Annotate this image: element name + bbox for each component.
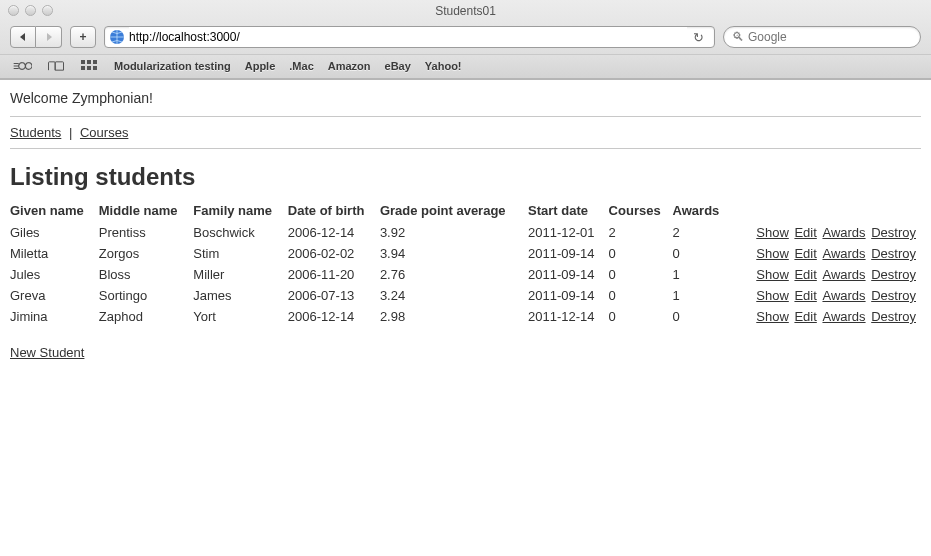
show-link[interactable]: Show bbox=[756, 225, 789, 240]
awards-cell: 1 bbox=[673, 264, 731, 285]
new-student-link[interactable]: New Student bbox=[10, 345, 84, 360]
courses-cell: 0 bbox=[609, 285, 673, 306]
col-middle: Middle name bbox=[99, 201, 194, 222]
close-window-button[interactable] bbox=[8, 5, 19, 16]
destroy-link[interactable]: Destroy bbox=[871, 225, 916, 240]
url-bar[interactable]: ↻ bbox=[104, 26, 715, 48]
start-date-cell: 2011-09-14 bbox=[528, 285, 609, 306]
dob-cell: 2006-07-13 bbox=[288, 285, 380, 306]
courses-cell: 2 bbox=[609, 222, 673, 243]
awards-link[interactable]: Awards bbox=[822, 225, 865, 240]
search-input[interactable] bbox=[748, 30, 912, 44]
col-awards: Awards bbox=[673, 201, 731, 222]
dob-cell: 2006-02-02 bbox=[288, 243, 380, 264]
edit-link[interactable]: Edit bbox=[794, 225, 816, 240]
gpa-cell: 2.98 bbox=[380, 306, 528, 327]
table-row: GilesPrentissBoschwick2006-12-143.922011… bbox=[10, 222, 920, 243]
svg-rect-8 bbox=[93, 66, 97, 70]
dob-cell: 2006-12-14 bbox=[288, 222, 380, 243]
zoom-window-button[interactable] bbox=[42, 5, 53, 16]
search-bar[interactable]: 🔍︎ bbox=[723, 26, 921, 48]
middle-name-cell: Zorgos bbox=[99, 243, 194, 264]
minimize-window-button[interactable] bbox=[25, 5, 36, 16]
window-titlebar: Students01 bbox=[0, 0, 931, 22]
bookmark-item[interactable]: Amazon bbox=[328, 60, 371, 72]
browser-chrome: Students01 + ↻ 🔍︎ bbox=[0, 0, 931, 80]
bookmarks-bar: Modularization testing Apple .Mac Amazon… bbox=[0, 54, 931, 79]
col-given: Given name bbox=[10, 201, 99, 222]
family-name-cell: James bbox=[193, 285, 288, 306]
family-name-cell: Yort bbox=[193, 306, 288, 327]
table-row: GrevaSortingoJames2006-07-133.242011-09-… bbox=[10, 285, 920, 306]
col-courses: Courses bbox=[609, 201, 673, 222]
middle-name-cell: Zaphod bbox=[99, 306, 194, 327]
table-row: MilettaZorgosStim2006-02-023.942011-09-1… bbox=[10, 243, 920, 264]
show-link[interactable]: Show bbox=[756, 309, 789, 324]
actions-cell: Show Edit Awards Destroy bbox=[731, 306, 920, 327]
gpa-cell: 3.24 bbox=[380, 285, 528, 306]
actions-cell: Show Edit Awards Destroy bbox=[731, 243, 920, 264]
given-name-cell: Greva bbox=[10, 285, 99, 306]
divider bbox=[10, 148, 921, 149]
bookmarks-icon[interactable] bbox=[46, 59, 66, 73]
nav-students-link[interactable]: Students bbox=[10, 125, 61, 140]
awards-cell: 0 bbox=[673, 306, 731, 327]
edit-link[interactable]: Edit bbox=[794, 309, 816, 324]
table-row: JulesBlossMiller2006-11-202.762011-09-14… bbox=[10, 264, 920, 285]
nav-divider: | bbox=[69, 125, 72, 140]
url-input[interactable] bbox=[129, 27, 687, 47]
col-actions bbox=[731, 201, 920, 222]
page-content: Welcome Zymphonian! Students | Courses L… bbox=[0, 80, 931, 370]
destroy-link[interactable]: Destroy bbox=[871, 267, 916, 282]
table-header-row: Given name Middle name Family name Date … bbox=[10, 201, 920, 222]
page-title: Listing students bbox=[10, 163, 921, 191]
destroy-link[interactable]: Destroy bbox=[871, 288, 916, 303]
show-link[interactable]: Show bbox=[756, 267, 789, 282]
middle-name-cell: Bloss bbox=[99, 264, 194, 285]
reader-icon[interactable] bbox=[12, 59, 32, 73]
add-bookmark-button[interactable]: + bbox=[70, 26, 96, 48]
back-button[interactable] bbox=[10, 26, 36, 48]
divider bbox=[10, 116, 921, 117]
given-name-cell: Giles bbox=[10, 222, 99, 243]
bookmark-item[interactable]: Yahoo! bbox=[425, 60, 462, 72]
bookmark-item[interactable]: Modularization testing bbox=[114, 60, 231, 72]
col-family: Family name bbox=[193, 201, 288, 222]
svg-marker-1 bbox=[47, 33, 52, 41]
awards-link[interactable]: Awards bbox=[822, 309, 865, 324]
forward-button[interactable] bbox=[36, 26, 62, 48]
given-name-cell: Miletta bbox=[10, 243, 99, 264]
family-name-cell: Miller bbox=[193, 264, 288, 285]
show-link[interactable]: Show bbox=[756, 246, 789, 261]
awards-link[interactable]: Awards bbox=[822, 267, 865, 282]
search-icon: 🔍︎ bbox=[732, 30, 744, 44]
edit-link[interactable]: Edit bbox=[794, 267, 816, 282]
courses-cell: 0 bbox=[609, 243, 673, 264]
awards-link[interactable]: Awards bbox=[822, 246, 865, 261]
triangle-right-icon bbox=[44, 32, 54, 42]
destroy-link[interactable]: Destroy bbox=[871, 309, 916, 324]
gpa-cell: 3.92 bbox=[380, 222, 528, 243]
gpa-cell: 2.76 bbox=[380, 264, 528, 285]
topsites-icon[interactable] bbox=[80, 59, 100, 73]
middle-name-cell: Prentiss bbox=[99, 222, 194, 243]
start-date-cell: 2011-12-01 bbox=[528, 222, 609, 243]
svg-rect-4 bbox=[87, 60, 91, 64]
nav-courses-link[interactable]: Courses bbox=[80, 125, 128, 140]
gpa-cell: 3.94 bbox=[380, 243, 528, 264]
svg-rect-5 bbox=[93, 60, 97, 64]
bookmark-item[interactable]: Apple bbox=[245, 60, 276, 72]
traffic-lights bbox=[8, 5, 53, 16]
actions-cell: Show Edit Awards Destroy bbox=[731, 285, 920, 306]
show-link[interactable]: Show bbox=[756, 288, 789, 303]
globe-icon bbox=[109, 29, 125, 45]
bookmark-item[interactable]: .Mac bbox=[289, 60, 313, 72]
col-gpa: Grade point average bbox=[380, 201, 528, 222]
given-name-cell: Jimina bbox=[10, 306, 99, 327]
edit-link[interactable]: Edit bbox=[794, 288, 816, 303]
destroy-link[interactable]: Destroy bbox=[871, 246, 916, 261]
awards-link[interactable]: Awards bbox=[822, 288, 865, 303]
bookmark-item[interactable]: eBay bbox=[385, 60, 411, 72]
reload-button[interactable]: ↻ bbox=[687, 30, 710, 45]
edit-link[interactable]: Edit bbox=[794, 246, 816, 261]
